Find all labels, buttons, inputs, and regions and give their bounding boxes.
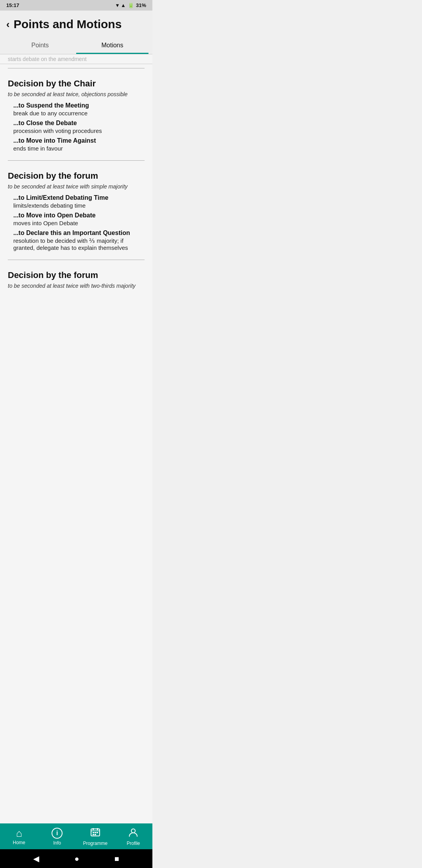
- faded-previous-text: starts debate on the amendment: [0, 54, 152, 64]
- section-chair: Decision by the Chair to be seconded at …: [0, 72, 152, 156]
- android-nav-bar: ◀ ● ■: [0, 849, 152, 868]
- nav-info[interactable]: i Info: [43, 828, 71, 846]
- svg-rect-6: [97, 832, 98, 833]
- android-recent-button[interactable]: ■: [114, 854, 119, 863]
- nav-info-label: Info: [53, 840, 61, 846]
- battery-percent: 31%: [136, 2, 146, 8]
- status-bar: 15:17 ▾ ▲ 🔋 31%: [0, 0, 152, 11]
- svg-rect-7: [93, 834, 94, 835]
- motion-time-against: ...to Move into Time Against ends time i…: [13, 137, 145, 152]
- content-area: starts debate on the amendment Decision …: [0, 54, 152, 823]
- wifi-icon: ▾: [116, 2, 119, 8]
- divider-1: [8, 160, 145, 161]
- tabs-bar: Points Motions: [0, 36, 152, 54]
- motion-close-debate: ...to Close the Debate procession with v…: [13, 120, 145, 134]
- nav-profile[interactable]: Profile: [120, 827, 147, 846]
- motion-limit-extend: ...to Limit/Extend Debating Time limits/…: [13, 194, 145, 209]
- svg-rect-8: [95, 834, 96, 835]
- back-button[interactable]: ‹: [6, 18, 10, 30]
- android-home-button[interactable]: ●: [74, 854, 79, 863]
- motion-open-debate: ...to Move into Open Debate moves into O…: [13, 212, 145, 226]
- section-forum-twothirds-title: Decision by the forum: [8, 270, 145, 280]
- motion-suspend: ...to Suspend the Meeting break due to a…: [13, 102, 145, 117]
- android-back-button[interactable]: ◀: [33, 854, 39, 863]
- signal-icon: ▲: [121, 2, 126, 8]
- section-forum-simple-title: Decision by the forum: [8, 171, 145, 181]
- section-forum-simple: Decision by the forum to be seconded at …: [0, 165, 152, 256]
- nav-profile-label: Profile: [127, 841, 140, 846]
- section-forum-simple-subtitle: to be seconded at least twice with simpl…: [8, 183, 145, 190]
- svg-rect-1: [93, 828, 94, 830]
- section-forum-twothirds: Decision by the forum to be seconded at …: [0, 264, 152, 295]
- home-icon: ⌂: [16, 828, 22, 838]
- programme-icon: [90, 827, 100, 839]
- page-title: Points and Motions: [14, 18, 122, 31]
- svg-rect-2: [97, 828, 98, 830]
- tab-points[interactable]: Points: [4, 36, 76, 54]
- info-icon: i: [52, 828, 63, 839]
- svg-point-9: [131, 829, 135, 833]
- section-chair-subtitle: to be seconded at least twice, objection…: [8, 91, 145, 97]
- section-forum-twothirds-subtitle: to be seconded at least twice with two-t…: [8, 283, 145, 289]
- section-chair-title: Decision by the Chair: [8, 79, 145, 89]
- divider-2: [8, 260, 145, 260]
- nav-programme-label: Programme: [83, 841, 107, 846]
- svg-rect-4: [93, 832, 94, 833]
- header: ‹ Points and Motions: [0, 11, 152, 36]
- nav-home[interactable]: ⌂ Home: [5, 828, 33, 845]
- status-right: ▾ ▲ 🔋 31%: [116, 2, 146, 8]
- status-time: 15:17: [6, 2, 19, 8]
- svg-rect-5: [95, 832, 96, 833]
- nav-programme[interactable]: Programme: [82, 827, 109, 846]
- tab-motions[interactable]: Motions: [76, 36, 148, 54]
- divider-top: [8, 68, 145, 68]
- profile-icon: [128, 827, 138, 839]
- nav-home-label: Home: [13, 840, 25, 845]
- battery-icon: 🔋: [128, 2, 134, 8]
- bottom-nav: ⌂ Home i Info Programme: [0, 823, 152, 849]
- motion-important-question: ...to Declare this an Important Question…: [13, 230, 145, 251]
